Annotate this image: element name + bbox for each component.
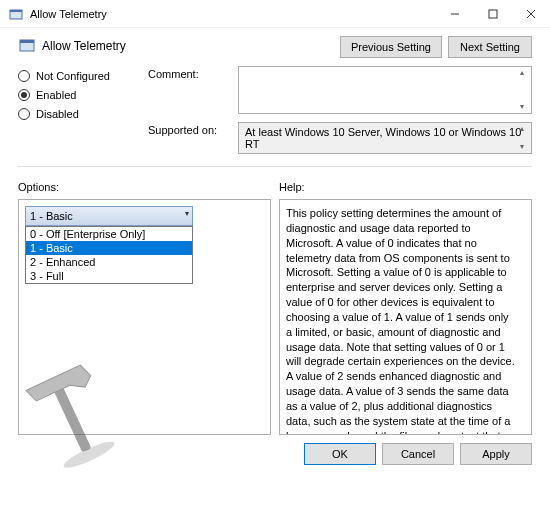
- telemetry-level-dropdown[interactable]: 1 - Basic ▾: [25, 206, 193, 226]
- scrollbar[interactable]: ▴▾: [514, 68, 530, 112]
- divider: [18, 166, 532, 167]
- ok-button[interactable]: OK: [304, 443, 376, 465]
- maximize-button[interactable]: [474, 0, 512, 28]
- minimize-button[interactable]: [436, 0, 474, 28]
- comment-label: Comment:: [148, 66, 230, 114]
- app-icon: [8, 6, 24, 22]
- radio-label: Not Configured: [36, 70, 110, 82]
- dialog-footer: OK Cancel Apply: [0, 435, 550, 473]
- dropdown-option[interactable]: 1 - Basic: [26, 241, 192, 255]
- help-text: This policy setting determines the amoun…: [279, 199, 532, 435]
- cancel-button[interactable]: Cancel: [382, 443, 454, 465]
- window-title: Allow Telemetry: [30, 8, 436, 20]
- dropdown-list[interactable]: 0 - Off [Enterprise Only] 1 - Basic 2 - …: [25, 226, 193, 284]
- apply-button[interactable]: Apply: [460, 443, 532, 465]
- policy-icon: [18, 36, 36, 56]
- svg-rect-7: [20, 40, 34, 43]
- dropdown-option[interactable]: 2 - Enhanced: [26, 255, 192, 269]
- dropdown-option[interactable]: 3 - Full: [26, 269, 192, 283]
- svg-rect-1: [10, 10, 22, 12]
- titlebar: Allow Telemetry: [0, 0, 550, 28]
- help-label: Help:: [279, 177, 532, 199]
- comment-textarea[interactable]: ▴▾: [238, 66, 532, 114]
- radio-label: Disabled: [36, 108, 79, 120]
- dropdown-option[interactable]: 0 - Off [Enterprise Only]: [26, 227, 192, 241]
- radio-disabled[interactable]: Disabled: [18, 108, 138, 120]
- supported-on-value: At least Windows 10 Server, Windows 10 o…: [238, 122, 532, 154]
- supported-on-label: Supported on:: [148, 122, 230, 154]
- policy-title: Allow Telemetry: [42, 39, 126, 53]
- radio-not-configured[interactable]: Not Configured: [18, 70, 138, 82]
- options-pane: 1 - Basic ▾ 0 - Off [Enterprise Only] 1 …: [18, 199, 271, 435]
- next-setting-button[interactable]: Next Setting: [448, 36, 532, 58]
- radio-label: Enabled: [36, 89, 76, 101]
- close-button[interactable]: [512, 0, 550, 28]
- options-label: Options:: [18, 177, 271, 199]
- radio-enabled[interactable]: Enabled: [18, 89, 138, 101]
- chevron-down-icon: ▾: [185, 209, 189, 218]
- scrollbar[interactable]: ▴▾: [514, 124, 530, 152]
- previous-setting-button[interactable]: Previous Setting: [340, 36, 442, 58]
- svg-rect-3: [489, 10, 497, 18]
